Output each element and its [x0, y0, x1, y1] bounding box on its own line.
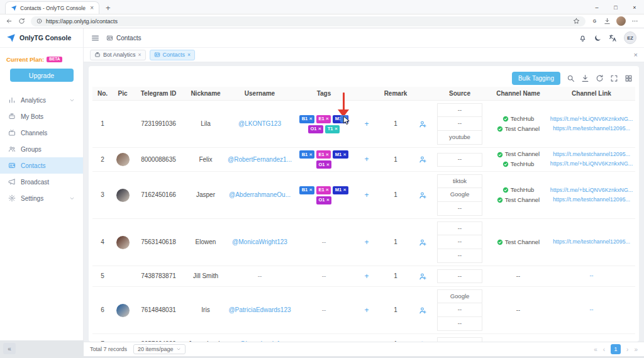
source-value[interactable]: -- [437, 153, 482, 167]
channel-link[interactable]: https://t.me/+bLiQNV6KznkxNG... [550, 116, 633, 123]
sidebar-item-groups[interactable]: Groups [0, 141, 83, 157]
tag-O1[interactable]: O1× [316, 196, 331, 204]
username[interactable]: @AbderrahmaneOu... [227, 189, 292, 201]
tag-B1[interactable]: B1× [299, 150, 314, 159]
channel-link[interactable]: https://t.me/+bLiQNV6KznkxNG... [550, 187, 633, 194]
channel-link[interactable]: https://t.me/+bLiQNV6KznkxNG... [550, 160, 633, 168]
hamburger-menu-icon[interactable] [91, 34, 99, 42]
fullscreen-icon[interactable] [610, 74, 618, 82]
tag-remove-icon[interactable]: × [335, 126, 338, 131]
username[interactable]: @LKONTG123 [227, 118, 292, 130]
upgrade-button[interactable]: Upgrade [10, 69, 74, 82]
tag-remove-icon[interactable]: × [326, 187, 329, 193]
maximize-button[interactable]: □ [606, 0, 625, 14]
source-value[interactable]: -- [437, 221, 482, 235]
tag-remove-icon[interactable]: × [318, 126, 321, 131]
bookmark-icon[interactable] [573, 18, 580, 25]
source-value[interactable]: -- [437, 269, 482, 283]
channel-link[interactable]: https://t.me/testchannel12095... [553, 151, 630, 159]
channel-link[interactable]: https://t.me/testchannel12095... [553, 196, 630, 204]
channel-link[interactable]: https://t.me/testchannel12095... [553, 238, 630, 246]
add-tag-button[interactable]: + [355, 304, 378, 316]
tag-remove-icon[interactable]: × [343, 116, 347, 121]
source-value[interactable]: -- [437, 303, 482, 317]
sidebar-item-my-bots[interactable]: My Bots [0, 108, 83, 125]
tag-E1[interactable]: E1× [316, 115, 331, 123]
source-value[interactable]: tiktok [437, 174, 482, 188]
next-page-button[interactable]: › [626, 346, 628, 353]
source-value[interactable]: -- [437, 117, 482, 131]
source-value[interactable]: -- [437, 317, 482, 331]
window-close-button[interactable]: × [625, 0, 644, 14]
dark-mode-icon[interactable] [594, 34, 602, 42]
minimize-button[interactable]: – [587, 0, 606, 14]
source-value[interactable]: -- [437, 337, 482, 342]
person-add-icon[interactable] [419, 238, 427, 247]
refresh-icon[interactable] [596, 74, 604, 82]
tag-remove-icon[interactable]: × [309, 116, 313, 121]
breadcrumb[interactable]: Contacts [106, 35, 141, 42]
source-value[interactable]: -- [437, 202, 482, 216]
tab-close-icon[interactable]: × [187, 52, 191, 58]
columns-icon[interactable] [625, 74, 633, 82]
tag-remove-icon[interactable]: × [343, 187, 347, 193]
tag-E1[interactable]: E1× [316, 150, 331, 159]
tab-contacts[interactable]: Contacts× [150, 50, 196, 60]
browser-profile-avatar[interactable] [616, 16, 626, 26]
source-value[interactable]: Google [437, 289, 482, 303]
browser-menu-icon[interactable] [631, 18, 638, 25]
last-page-button[interactable]: » [634, 346, 638, 353]
username[interactable]: @MonicaWright123 [227, 237, 292, 248]
source-value[interactable]: youtube [437, 131, 482, 145]
notifications-icon[interactable] [579, 34, 587, 42]
tab-close-icon[interactable]: × [138, 52, 142, 58]
user-avatar[interactable]: EZ [624, 31, 636, 44]
close-all-tabs-icon[interactable]: × [634, 52, 638, 59]
tag-remove-icon[interactable]: × [326, 116, 329, 121]
add-tag-button[interactable]: + [355, 153, 378, 165]
add-tag-button[interactable]: + [355, 270, 378, 282]
tag-M1[interactable]: M1× [333, 115, 348, 123]
bulk-tagging-button[interactable]: Bulk Tagging [512, 72, 560, 85]
person-add-icon[interactable] [419, 191, 427, 199]
tag-remove-icon[interactable]: × [326, 198, 330, 203]
tag-remove-icon[interactable]: × [326, 162, 330, 167]
person-add-icon[interactable] [419, 306, 427, 315]
add-tag-button[interactable]: + [355, 118, 378, 130]
tag-B1[interactable]: B1× [299, 115, 314, 123]
add-tag-button[interactable]: + [355, 236, 378, 249]
google-account-icon[interactable]: G [591, 18, 598, 25]
sidebar-collapse-button[interactable]: « [3, 343, 16, 354]
source-value[interactable]: -- [437, 235, 482, 249]
sidebar-item-contacts[interactable]: Contacts [0, 157, 83, 174]
person-add-icon[interactable] [419, 120, 427, 128]
browser-refresh-icon[interactable] [18, 18, 25, 25]
sidebar-item-broadcast[interactable]: Broadcast [0, 174, 83, 190]
person-add-icon[interactable] [419, 272, 427, 281]
tag-remove-icon[interactable]: × [309, 152, 313, 157]
downloads-icon[interactable] [604, 18, 611, 25]
sidebar-item-channels[interactable]: Channels [0, 125, 83, 141]
sidebar-item-analytics[interactable]: Analytics [0, 92, 83, 108]
channel-link[interactable]: https://t.me/testchannel12095... [553, 125, 630, 133]
tag-O1[interactable]: O1× [316, 160, 331, 169]
tag-M1[interactable]: M1× [333, 150, 348, 159]
export-icon[interactable] [581, 74, 589, 82]
source-value[interactable]: Google [437, 188, 482, 202]
tab-close-icon[interactable]: × [90, 5, 94, 11]
person-add-icon[interactable] [419, 155, 427, 164]
tag-E1[interactable]: E1× [316, 186, 331, 194]
browser-tab[interactable]: Contacts - OnlyTG Console × [5, 1, 99, 14]
tag-remove-icon[interactable]: × [326, 152, 329, 157]
site-info-icon[interactable] [36, 18, 42, 24]
tag-remove-icon[interactable]: × [309, 187, 313, 193]
sidebar-item-settings[interactable]: Settings [0, 190, 83, 206]
tag-M1[interactable]: M1× [333, 186, 348, 194]
page-number[interactable]: 1 [611, 344, 621, 354]
source-value[interactable]: -- [437, 103, 482, 117]
add-tag-button[interactable]: + [355, 189, 378, 201]
new-tab-button[interactable]: + [106, 4, 111, 12]
tab-bot-analytics[interactable]: Bot Analytics× [90, 50, 146, 60]
search-icon[interactable] [567, 74, 575, 82]
page-size-select[interactable]: 20 items/page [133, 344, 186, 354]
